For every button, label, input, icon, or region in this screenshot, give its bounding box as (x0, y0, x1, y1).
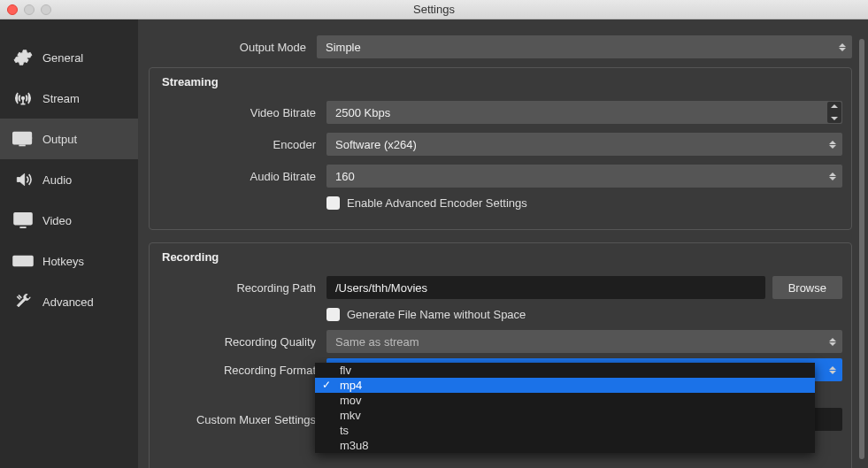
svg-rect-2 (14, 213, 32, 225)
recording-quality-label: Recording Quality (158, 335, 326, 349)
recording-format-dropdown[interactable]: flv✓mp4movmkvtsm3u8 (315, 363, 815, 453)
window-titlebar: Settings (0, 0, 868, 19)
sidebar-item-label: Advanced (42, 295, 94, 309)
sidebar-item-stream[interactable]: Stream (0, 78, 138, 119)
recording-path-input[interactable]: /Users/thh/Movies (326, 276, 765, 299)
format-option-ts[interactable]: ts (315, 423, 815, 438)
streaming-group: Streaming Video Bitrate 2500 Kbps Encode… (149, 67, 852, 230)
format-option-mkv[interactable]: mkv (315, 408, 815, 423)
sidebar-item-advanced[interactable]: Advanced (0, 281, 138, 322)
output-mode-label: Output Mode (149, 41, 317, 54)
recording-title: Recording (158, 250, 842, 264)
audio-bitrate-label: Audio Bitrate (158, 170, 326, 183)
settings-sidebar: General Stream Output Audio Video (0, 19, 138, 468)
antenna-icon (12, 88, 34, 108)
window-title: Settings (0, 3, 868, 16)
sidebar-item-label: Output (42, 133, 77, 146)
advanced-encoder-label: Enable Advanced Encoder Settings (347, 196, 527, 210)
recording-quality-value: Same as stream (335, 335, 419, 349)
format-option-mov[interactable]: mov (315, 393, 815, 408)
recording-format-label: Recording Format (158, 364, 326, 377)
sidebar-item-label: Audio (42, 173, 72, 187)
audio-bitrate-value: 160 (335, 170, 355, 183)
format-option-flv[interactable]: flv (315, 363, 815, 378)
check-icon: ✓ (322, 379, 331, 391)
sidebar-item-video[interactable]: Video (0, 200, 138, 241)
sidebar-item-label: Hotkeys (42, 255, 84, 268)
monitor-icon (12, 211, 34, 230)
browse-button[interactable]: Browse (772, 276, 842, 299)
encoder-label: Encoder (158, 138, 326, 151)
video-bitrate-value: 2500 Kbps (335, 106, 390, 119)
sidebar-item-label: General (42, 51, 83, 65)
keyboard-icon (12, 251, 34, 271)
sidebar-item-label: Stream (42, 92, 80, 105)
encoder-value: Software (x264) (335, 138, 417, 151)
recording-path-label: Recording Path (158, 281, 326, 295)
stepper-icon (826, 167, 839, 185)
stepper-icon (836, 38, 849, 56)
checkbox-icon (326, 308, 340, 321)
stepper-icon[interactable] (827, 102, 841, 123)
tools-icon (12, 292, 34, 311)
stepper-icon (826, 361, 839, 379)
recording-quality-select[interactable]: Same as stream (326, 330, 842, 353)
video-bitrate-input[interactable]: 2500 Kbps (326, 101, 842, 124)
sidebar-item-label: Video (42, 214, 72, 227)
advanced-encoder-checkbox[interactable]: Enable Advanced Encoder Settings (326, 196, 842, 210)
filename-nospace-checkbox[interactable]: Generate File Name without Space (326, 308, 842, 321)
recording-path-value: /Users/thh/Movies (335, 281, 427, 295)
sidebar-item-hotkeys[interactable]: Hotkeys (0, 241, 138, 281)
custom-muxer-label: Custom Muxer Settings (158, 413, 326, 426)
speaker-icon (12, 170, 34, 189)
sidebar-item-audio[interactable]: Audio (0, 159, 138, 200)
output-icon (12, 129, 34, 149)
format-option-m3u8[interactable]: m3u8 (315, 438, 815, 453)
streaming-title: Streaming (158, 75, 842, 88)
sidebar-item-general[interactable]: General (0, 37, 138, 78)
format-option-mp4[interactable]: ✓mp4 (315, 378, 815, 393)
stepper-icon (826, 135, 839, 153)
output-mode-value: Simple (326, 41, 361, 54)
checkbox-icon (326, 196, 340, 210)
audio-bitrate-select[interactable]: 160 (326, 165, 842, 188)
gear-icon (12, 48, 34, 67)
scrollbar[interactable] (859, 39, 864, 459)
sidebar-item-output[interactable]: Output (0, 119, 138, 159)
encoder-select[interactable]: Software (x264) (326, 133, 842, 156)
filename-nospace-label: Generate File Name without Space (347, 308, 526, 321)
output-mode-select[interactable]: Simple (317, 35, 852, 58)
video-bitrate-label: Video Bitrate (158, 106, 326, 119)
settings-main-panel: Output Mode Simple Streaming Video Bitra… (138, 19, 868, 468)
stepper-icon (826, 333, 839, 350)
